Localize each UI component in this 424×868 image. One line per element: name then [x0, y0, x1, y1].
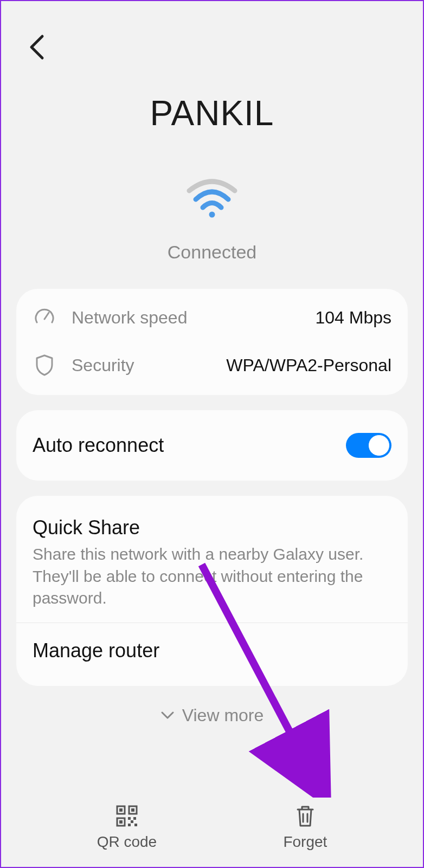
qr-code-icon [115, 804, 139, 828]
view-more-label: View more [182, 705, 264, 726]
auto-reconnect-toggle[interactable] [346, 433, 391, 458]
quick-share-row[interactable]: Quick Share Share this network with a ne… [16, 501, 408, 623]
chevron-down-icon [160, 711, 175, 720]
shield-icon [33, 354, 56, 377]
chevron-left-icon [28, 34, 44, 60]
svg-point-0 [209, 212, 215, 218]
svg-rect-9 [133, 817, 136, 820]
svg-rect-3 [119, 808, 123, 812]
qr-code-label: QR code [97, 833, 157, 851]
speed-value: 104 Mbps [315, 308, 391, 328]
wifi-icon [185, 177, 239, 220]
manage-router-row[interactable]: Manage router [16, 623, 408, 681]
svg-rect-12 [134, 824, 137, 826]
network-title: PANKIL [23, 93, 401, 133]
speed-label: Network speed [72, 308, 315, 328]
view-more-button[interactable]: View more [1, 705, 423, 726]
quick-share-description: Share this network with a nearby Galaxy … [33, 543, 391, 610]
quick-share-title: Quick Share [33, 516, 391, 539]
qr-code-button[interactable]: QR code [97, 804, 157, 851]
auto-reconnect-label: Auto reconnect [33, 434, 346, 457]
svg-rect-5 [131, 808, 134, 812]
forget-label: Forget [283, 833, 327, 851]
svg-rect-10 [131, 820, 133, 823]
network-info-card: Network speed 104 Mbps Security WPA/WPA2… [16, 289, 408, 395]
bottom-action-bar: QR code Forget [1, 804, 423, 851]
connection-status: Connected [168, 242, 256, 263]
auto-reconnect-card: Auto reconnect [16, 410, 408, 481]
svg-rect-7 [119, 820, 123, 824]
svg-rect-8 [128, 817, 131, 820]
network-speed-row: Network speed 104 Mbps [16, 294, 408, 341]
back-button[interactable] [23, 34, 50, 61]
share-manage-card: Quick Share Share this network with a ne… [16, 496, 408, 686]
forget-button[interactable]: Forget [283, 804, 327, 851]
speed-icon [33, 307, 56, 328]
svg-rect-11 [128, 824, 131, 826]
svg-line-1 [44, 313, 49, 319]
security-row: Security WPA/WPA2-Personal [16, 341, 408, 390]
security-label: Security [72, 355, 226, 375]
trash-icon [294, 804, 316, 828]
security-value: WPA/WPA2-Personal [226, 355, 391, 375]
